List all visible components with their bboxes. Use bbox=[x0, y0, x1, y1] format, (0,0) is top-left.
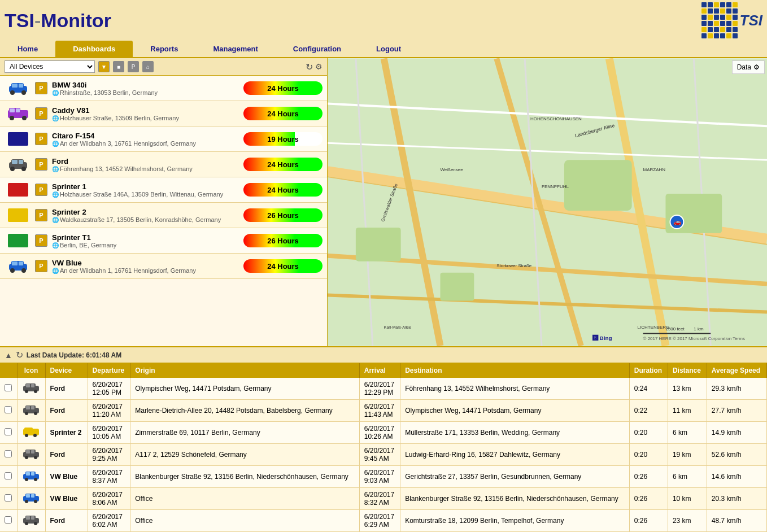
svg-point-94 bbox=[25, 522, 28, 525]
title-monitor: Monitor bbox=[41, 10, 111, 31]
globe-icon: 🌐 bbox=[52, 141, 59, 147]
toolbar-btn-3[interactable]: P bbox=[128, 61, 139, 72]
nav-reports[interactable]: Reports bbox=[133, 41, 195, 57]
row-checkbox[interactable] bbox=[5, 428, 12, 435]
hours-bar: 24 Hours bbox=[243, 259, 323, 273]
vehicle-item[interactable]: P Caddy V81 🌐 Holzhauser Straße, 13509 B… bbox=[0, 101, 327, 127]
vehicle-icon bbox=[5, 79, 32, 97]
hours-bar: 26 Hours bbox=[243, 208, 323, 222]
nav-dashboards[interactable]: Dashboards bbox=[55, 41, 133, 57]
col-device: Device bbox=[45, 363, 88, 378]
svg-point-20 bbox=[10, 268, 15, 273]
vehicle-item[interactable]: P Citaro F-154 🌐 An der Wildbahn 3, 1676… bbox=[0, 127, 327, 152]
svg-text:FENNPFUHL: FENNPFUHL bbox=[542, 184, 569, 189]
vehicle-name: Caddy V81 bbox=[52, 106, 239, 115]
toolbar-btn-2[interactable]: ■ bbox=[113, 61, 124, 72]
hours-bar: 24 Hours bbox=[243, 158, 323, 171]
row-arrival: 6/20/2017 12:29 PM bbox=[359, 378, 400, 400]
svg-point-73 bbox=[33, 434, 37, 437]
row-destination: Komturstraße 18, 12099 Berlin, Tempelhof… bbox=[400, 510, 630, 532]
row-checkbox[interactable] bbox=[5, 472, 12, 479]
vehicle-item[interactable]: P Ford 🌐 Föhrenhang 13, 14552 Wilhelmsho… bbox=[0, 152, 327, 177]
row-checkbox[interactable] bbox=[5, 384, 12, 391]
row-checkbox[interactable] bbox=[5, 406, 12, 413]
row-distance: 6 km bbox=[668, 466, 707, 488]
svg-text:1 km: 1 km bbox=[694, 326, 704, 332]
vehicle-name: BMW 340i bbox=[52, 81, 239, 89]
nav-configuration[interactable]: Configuration bbox=[276, 41, 359, 57]
vehicle-address: 🌐 Holzhauser Straße 146A, 13509 Berlin, … bbox=[52, 191, 239, 198]
vehicle-info: Sprinter 1 🌐 Holzhauser Straße 146A, 135… bbox=[52, 182, 239, 198]
vehicle-icon bbox=[5, 257, 32, 275]
nav-logout[interactable]: Logout bbox=[359, 41, 419, 57]
toolbar-btn-1[interactable]: ▼ bbox=[98, 61, 110, 72]
svg-point-82 bbox=[25, 478, 28, 481]
svg-point-76 bbox=[25, 456, 28, 459]
row-device: Ford bbox=[45, 510, 88, 532]
svg-text:Storkower Straße: Storkower Straße bbox=[496, 263, 532, 268]
col-icon: Icon bbox=[17, 363, 45, 378]
main-nav: Home Dashboards Reports Management Confi… bbox=[0, 41, 767, 58]
hours-text: 24 Hours bbox=[267, 110, 299, 118]
nav-home[interactable]: Home bbox=[0, 41, 55, 57]
device-select[interactable]: All Devices bbox=[5, 60, 95, 73]
vehicle-item[interactable]: P Sprinter 1 🌐 Holzhauser Straße 146A, 1… bbox=[0, 177, 327, 203]
row-device: Sprinter 2 bbox=[45, 422, 88, 444]
vehicle-info: Citaro F-154 🌐 An der Wildbahn 3, 16761 … bbox=[52, 132, 239, 147]
row-speed: 29.3 km/h bbox=[707, 378, 766, 400]
toolbar-btn-4[interactable]: ⌂ bbox=[142, 61, 154, 72]
nav-up-icon[interactable]: ▲ bbox=[5, 351, 12, 360]
svg-text:🚗: 🚗 bbox=[673, 217, 682, 226]
row-speed: 14.6 km/h bbox=[707, 466, 766, 488]
row-departure: 6/20/2017 10:05 AM bbox=[88, 422, 130, 444]
map-settings-icon[interactable]: ⚙ bbox=[753, 63, 760, 71]
row-duration: 0:22 bbox=[629, 400, 668, 422]
vehicle-item[interactable]: P Sprinter 2 🌐 Waldkauzstraße 17, 13505 … bbox=[0, 203, 327, 228]
globe-icon: 🌐 bbox=[52, 166, 59, 172]
vehicle-item[interactable]: P Sprinter T1 🌐 Berlin, BE, Germany 26 H… bbox=[0, 228, 327, 254]
nav-management[interactable]: Management bbox=[195, 41, 275, 57]
row-speed: 14.9 km/h bbox=[707, 422, 766, 444]
map-svg: Landsberger Allee Storkower Straße Greif… bbox=[328, 58, 767, 346]
vehicle-icon bbox=[5, 130, 32, 148]
row-checkbox[interactable] bbox=[5, 516, 12, 524]
col-check bbox=[0, 363, 17, 378]
bottom-toolbar: ▲ ↻ Last Data Update: 6:01:48 AM bbox=[0, 347, 767, 363]
row-distance: 10 km bbox=[668, 488, 707, 510]
row-duration: 0:20 bbox=[629, 444, 668, 466]
parking-badge: P bbox=[35, 209, 47, 221]
svg-rect-4 bbox=[12, 84, 18, 88]
svg-rect-85 bbox=[31, 472, 34, 476]
hours-bar: 19 Hours bbox=[243, 132, 323, 146]
refresh-button[interactable]: ↻ bbox=[306, 62, 313, 72]
svg-rect-22 bbox=[12, 261, 18, 265]
row-icon-cell bbox=[17, 400, 45, 422]
vehicle-item[interactable]: P VW Blue 🌐 An der Wildbahn 1, 16761 Hen… bbox=[0, 254, 327, 279]
svg-rect-41 bbox=[440, 273, 474, 301]
hours-text: 26 Hours bbox=[267, 211, 299, 220]
svg-point-89 bbox=[34, 500, 37, 503]
row-duration: 0:26 bbox=[629, 510, 668, 532]
svg-text:HOHENSCHÖNHAUSEN: HOHENSCHÖNHAUSEN bbox=[530, 116, 582, 121]
row-checkbox[interactable] bbox=[5, 450, 12, 457]
parking-badge: P bbox=[35, 234, 47, 247]
svg-point-9 bbox=[22, 116, 27, 120]
bottom-refresh-button[interactable]: ↻ bbox=[16, 350, 23, 360]
row-destination: Ludwig-Erhard-Ring 16, 15827 Dahlewitz, … bbox=[400, 444, 630, 466]
svg-point-66 bbox=[25, 412, 28, 415]
row-origin: Zimmerstraße 69, 10117 Berlin, Germany bbox=[130, 422, 360, 444]
row-destination: Blankenburger Straße 92, 13156 Berlin, N… bbox=[400, 488, 630, 510]
svg-text:Weißensee: Weißensee bbox=[440, 167, 463, 172]
svg-rect-84 bbox=[26, 472, 30, 476]
vehicle-info: Sprinter T1 🌐 Berlin, BE, Germany bbox=[52, 233, 239, 248]
hours-text: 24 Hours bbox=[267, 84, 299, 93]
table-row: Ford 6/20/2017 12:05 PM Olympischer Weg,… bbox=[0, 378, 767, 400]
parking-badge: P bbox=[35, 184, 47, 196]
globe-icon: 🌐 bbox=[52, 191, 59, 198]
vehicle-address: 🌐 Waldkauzstraße 17, 13505 Berlin, Konra… bbox=[52, 216, 239, 223]
vehicle-item[interactable]: P BMW 340i 🌐 Rhinstraße, 13053 Berlin, G… bbox=[0, 76, 327, 101]
vehicle-list: P BMW 340i 🌐 Rhinstraße, 13053 Berlin, G… bbox=[0, 76, 327, 346]
settings-button[interactable]: ⚙ bbox=[315, 62, 323, 72]
vehicle-name: Sprinter T1 bbox=[52, 233, 239, 242]
row-checkbox[interactable] bbox=[5, 494, 12, 502]
